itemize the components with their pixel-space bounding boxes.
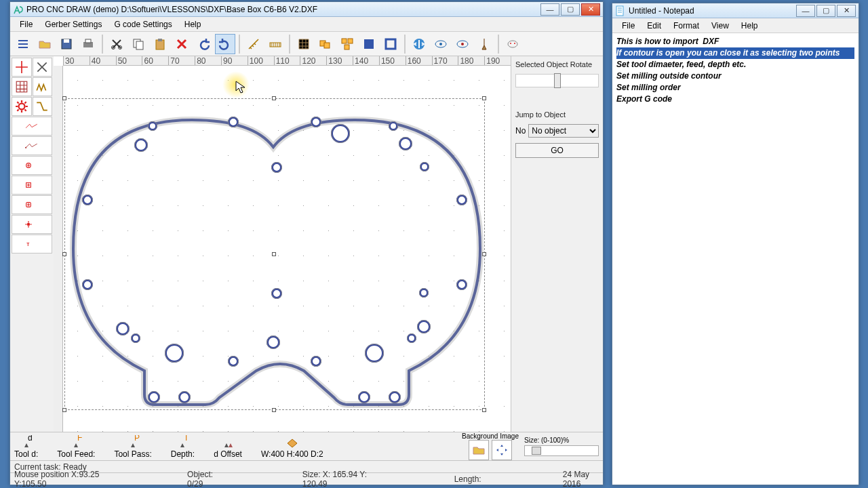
tb-print-icon[interactable]: [78, 34, 98, 54]
svg-point-31: [25, 147, 26, 148]
tb-open-icon[interactable]: [35, 34, 55, 54]
tb-fill1-icon[interactable]: [359, 34, 379, 54]
rotate-label: Selected Object Rotate: [515, 60, 599, 68]
menu-gcode-settings[interactable]: G code Settings: [108, 18, 177, 30]
cursor-highlight: [222, 71, 250, 98]
tb-list-icon[interactable]: [13, 34, 33, 54]
svg-point-30: [18, 104, 24, 110]
tb-eye2-icon[interactable]: [452, 34, 473, 54]
svg-text:T: T: [184, 435, 189, 443]
tb-grid-icon[interactable]: [294, 34, 314, 54]
canvas-area[interactable]: 3040506070809010011012013014015016017018…: [54, 56, 511, 432]
menu-gerber-settings[interactable]: Gerber Settings: [39, 18, 107, 30]
np-line: This is how to import DXF: [616, 36, 854, 47]
close-button[interactable]: ✕: [581, 3, 600, 16]
bb-tool-d[interactable]: dTool d:: [14, 434, 38, 459]
bg-open-button[interactable]: [469, 440, 489, 460]
status-length: Length:: [454, 474, 481, 484]
bb-tool-feed[interactable]: FTool Feed:: [57, 434, 95, 459]
jump-label: Jump to Object: [515, 110, 599, 119]
svg-rect-29: [16, 81, 27, 92]
tb-redo-icon[interactable]: [215, 34, 235, 54]
lt-snap-icon[interactable]: [33, 58, 53, 77]
np-menu-edit[interactable]: Edit: [642, 20, 667, 32]
tb-head-icon[interactable]: [502, 34, 523, 54]
ruler-horizontal: 3040506070809010011012013014015016017018…: [63, 56, 511, 66]
lt-text-icon[interactable]: T: [12, 235, 52, 253]
drawing-canvas[interactable]: [63, 66, 511, 432]
lt-trace2-icon[interactable]: [12, 136, 52, 155]
menu-help[interactable]: Help: [179, 18, 207, 30]
np-line: Set milling order: [616, 82, 854, 94]
bg-size-slider[interactable]: [524, 445, 599, 456]
tb-save-icon[interactable]: [56, 34, 77, 54]
tb-cut-icon[interactable]: [106, 34, 127, 54]
tb-group2-icon[interactable]: [337, 34, 357, 54]
lt-trace-icon[interactable]: [12, 117, 52, 136]
bb-d-offset[interactable]: d Offset: [214, 434, 242, 459]
tb-group1-icon[interactable]: [315, 34, 336, 54]
go-button[interactable]: GO: [515, 143, 599, 158]
lt-rect-plus-icon[interactable]: [12, 176, 52, 195]
np-menu-format[interactable]: Format: [668, 20, 705, 32]
lt-crosshair-icon[interactable]: [12, 58, 32, 77]
svg-rect-6: [85, 39, 91, 43]
status-date: 24 May 2016: [563, 470, 599, 489]
notepad-text-area[interactable]: This is how to import DXF If contour is …: [612, 33, 859, 485]
tb-measure2-icon[interactable]: [265, 34, 285, 54]
notepad-icon: [615, 5, 626, 16]
tb-eye1-icon[interactable]: [431, 34, 451, 54]
lt-circle-plus-icon[interactable]: [12, 156, 52, 175]
main-titlebar[interactable]: PRO CNC DRAW (demo) D:\Softueri\VLESSONS…: [10, 2, 603, 17]
notepad-titlebar[interactable]: Untitled - Notepad — ▢ ✕: [612, 3, 859, 18]
tb-paste-icon[interactable]: [150, 34, 170, 54]
tb-measure1-icon[interactable]: [243, 34, 264, 54]
np-close-button[interactable]: ✕: [837, 5, 856, 17]
bb-whd[interactable]: W:400 H:400 D:2: [261, 434, 323, 459]
main-window-title: PRO CNC DRAW (demo) D:\Softueri\VLESSONS…: [26, 5, 538, 14]
svg-rect-20: [386, 39, 395, 49]
main-toolbar: [10, 32, 603, 56]
np-menu-file[interactable]: File: [616, 20, 640, 32]
bg-move-button[interactable]: [492, 440, 512, 460]
lt-gear-icon[interactable]: [12, 97, 32, 116]
lt-gear-red-icon[interactable]: [12, 215, 52, 234]
bg-size-label: Size: (0-100)%: [524, 436, 569, 444]
tb-copy-icon[interactable]: [128, 34, 149, 54]
svg-rect-4: [64, 39, 69, 43]
tb-undo-icon[interactable]: [193, 34, 214, 54]
lt-zigzag2-icon[interactable]: [33, 97, 53, 116]
bb-depth[interactable]: TDepth:: [171, 434, 195, 459]
np-minimize-button[interactable]: —: [796, 5, 815, 17]
notepad-window: Untitled - Notepad — ▢ ✕ File Edit Forma…: [612, 3, 859, 485]
np-menu-help[interactable]: Help: [736, 20, 764, 32]
lt-rect-plus2-icon[interactable]: [12, 195, 52, 214]
left-toolbox: T: [10, 56, 54, 432]
svg-point-26: [508, 41, 517, 47]
tb-fill2-icon[interactable]: [380, 34, 401, 54]
status-object: Object: 0/29: [187, 470, 221, 489]
bb-tool-pass[interactable]: PTool Pass:: [114, 434, 151, 459]
svg-text:P: P: [134, 435, 140, 443]
menu-file[interactable]: File: [14, 18, 38, 30]
part-contour: [63, 93, 490, 418]
maximize-button[interactable]: ▢: [561, 3, 580, 16]
rotate-slider[interactable]: [515, 74, 599, 87]
svg-rect-11: [156, 40, 164, 49]
app-icon: [13, 4, 24, 15]
tb-delete-icon[interactable]: [172, 34, 192, 54]
tb-split-icon[interactable]: [409, 34, 429, 54]
np-menu-view[interactable]: View: [706, 20, 734, 32]
bg-image-label: Background Image: [462, 432, 519, 440]
svg-rect-10: [136, 41, 143, 49]
tb-tool-icon[interactable]: [474, 34, 494, 54]
minimize-button[interactable]: —: [540, 3, 559, 16]
svg-text:T: T: [26, 242, 29, 247]
jump-select[interactable]: No object: [528, 124, 599, 138]
np-line-selected: If contour is open you can close it as s…: [616, 47, 854, 59]
lt-zigzag-icon[interactable]: [33, 77, 53, 96]
lt-grid-icon[interactable]: [12, 77, 32, 96]
svg-rect-16: [342, 39, 347, 43]
np-line: Set milling outside contour: [616, 70, 854, 82]
np-maximize-button[interactable]: ▢: [816, 5, 835, 17]
